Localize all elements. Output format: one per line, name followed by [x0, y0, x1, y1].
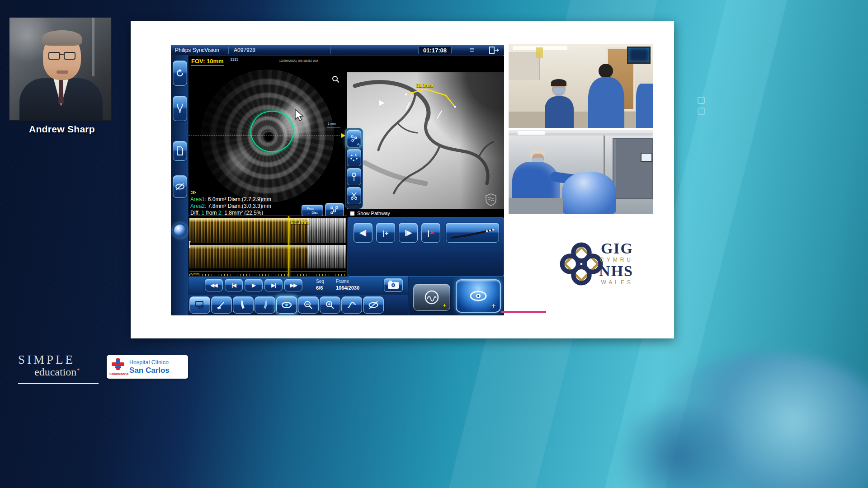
menu-icon[interactable]: ≡ [469, 45, 474, 55]
network-dots-icon [330, 206, 340, 215]
waveform-plus: + [443, 302, 446, 309]
header-divider [330, 47, 331, 54]
play-button[interactable]: ▶ [245, 279, 263, 291]
webcam-frame-edge [92, 18, 94, 76]
pathway-mini-button[interactable] [325, 203, 344, 217]
ruler-ticks [189, 274, 346, 276]
extend-proximal-button[interactable]: ◀| [354, 223, 373, 243]
manual-pathway-button[interactable] [347, 149, 361, 166]
magnifier-handle [336, 80, 339, 83]
sidebar-hide-button[interactable] [173, 175, 187, 198]
add-marker-icon: |+ [383, 229, 389, 237]
staff-3-partial [636, 84, 653, 128]
frame-label: Frame [336, 279, 349, 284]
ivus-panel: FOV: 10mm 1111 12/09/2021 09:18:52 AM 1 … [189, 56, 347, 215]
simple-education-word: education [34, 366, 76, 378]
coronary-vessels [347, 72, 504, 209]
nhs-nhs: NHS [592, 263, 633, 279]
area1-line: Area1: 6.0mm² Diam:(2.7;2.9)mm [190, 196, 271, 203]
prox-label: Prox → [307, 206, 318, 211]
extend-distal-button[interactable]: |▶ [399, 223, 418, 243]
seq-label: Seq [316, 279, 324, 284]
presenter-webcam [9, 17, 112, 121]
fov-label: FOV: 10mm [191, 58, 224, 66]
nhs-wales: WALES [592, 279, 633, 286]
curve-tool-button[interactable] [341, 296, 362, 314]
diff-n1: 1 [201, 210, 204, 215]
report-page-icon [176, 146, 184, 155]
step-forward-icon: ▶| [271, 282, 276, 288]
study-id: A097928 [234, 47, 255, 53]
snapshot-button[interactable] [384, 278, 403, 292]
workspace-button[interactable] [189, 296, 210, 314]
lumen-contour[interactable] [250, 111, 294, 152]
presenter-glasses-bridge [60, 54, 64, 55]
device-sizing-button[interactable] [446, 223, 499, 243]
step-back-button[interactable]: |◀ [225, 279, 243, 291]
step-forward-button[interactable]: ▶| [264, 279, 283, 291]
show-pathway-checkbox[interactable] [350, 211, 354, 216]
simple-plus: + [76, 366, 80, 373]
add-marker-button[interactable]: |+ [376, 223, 395, 243]
acquisition-timestamp: 12/09/2021 09:18:52 AM [279, 59, 318, 63]
procedure-clock: 01:17:08 [418, 46, 452, 54]
expand-chevrons[interactable]: ≫ [190, 189, 197, 196]
zoom-in-button[interactable] [320, 296, 340, 314]
delete-x-icon: × [430, 228, 434, 237]
salud-madrid-label: SaludMadrid [109, 372, 128, 375]
sidebar-report-button[interactable] [173, 141, 187, 161]
fast-forward-icon: ▶▶ [290, 282, 297, 288]
rewind-icon: ◀◀ [211, 282, 217, 288]
sterile-drape [562, 172, 616, 214]
sidebar-exam-button[interactable] [173, 61, 187, 86]
staff-2-hair [551, 79, 566, 86]
staff-2-scrubs [545, 96, 574, 128]
sidebar-vessel-button[interactable] [173, 96, 187, 121]
scissors-icon [350, 192, 358, 200]
nhs-wales-wordmark: GIG CYMRU NHS WALES [592, 241, 633, 286]
staff-1-head [599, 64, 613, 78]
staff-2-mask [553, 88, 565, 94]
playback-bar: ◀◀ |◀ ▶ ▶| ▶▶ Seq Frame 6/6 1064/2030 [189, 277, 408, 294]
edge-widget-icon [698, 108, 705, 115]
s-curve-icon [346, 300, 357, 310]
dist-label: ← Dist [307, 211, 318, 215]
presenter-mouth [57, 70, 68, 74]
pullback-cursor-line[interactable] [288, 216, 289, 277]
fast-forward-button[interactable]: ▶▶ [284, 279, 302, 291]
equipment-rack [613, 138, 653, 199]
ceiling-light-2 [518, 131, 545, 135]
simple-logo-bottom: education+ [34, 366, 80, 378]
hospital-cross-icon [110, 358, 126, 371]
view-button[interactable] [276, 296, 297, 314]
add-waveform-button[interactable]: + [413, 284, 450, 311]
ivus-scale-label: 1 mm [328, 122, 336, 125]
dots-polygon-icon [349, 153, 359, 162]
marker-pin-button[interactable] [347, 168, 361, 185]
vessel-run-button[interactable] [233, 296, 254, 314]
hospital-name-line2: San Carlos [129, 366, 170, 375]
probe-button[interactable] [211, 296, 232, 314]
zoom-out-icon [303, 300, 313, 310]
add-ivus-run-button[interactable]: + [456, 279, 501, 313]
zoom-out-button[interactable] [298, 296, 319, 314]
hide-overlays-button[interactable] [363, 296, 384, 314]
prox-dist-button[interactable]: Prox → ← Dist [302, 205, 323, 216]
instrument-table [509, 198, 563, 214]
exit-icon[interactable] [489, 46, 500, 54]
white-arrow-marker [379, 100, 385, 106]
probe-icon [217, 300, 226, 310]
rewind-button[interactable]: ◀◀ [205, 279, 223, 291]
trim-bracket[interactable]: [ [189, 240, 190, 249]
monitor-pointer-icon [194, 300, 205, 310]
header-divider [228, 47, 229, 54]
delete-marker-button[interactable]: |× [421, 223, 440, 243]
cut-button[interactable] [347, 187, 361, 204]
sidebar-knob-button[interactable] [173, 223, 187, 238]
angio-image: 31.3mm [347, 72, 504, 209]
diff-line: Diff. 1 from 2: 1.8mm² (22.5%) [190, 210, 271, 215]
measure-edit-panel: ◀| |+ |▶ |× [348, 217, 504, 277]
angio-panel: 31.3mm Show Pathway [347, 56, 504, 218]
vessel-run2-button[interactable] [255, 296, 275, 314]
auto-pathway-button[interactable]: A [347, 130, 361, 147]
